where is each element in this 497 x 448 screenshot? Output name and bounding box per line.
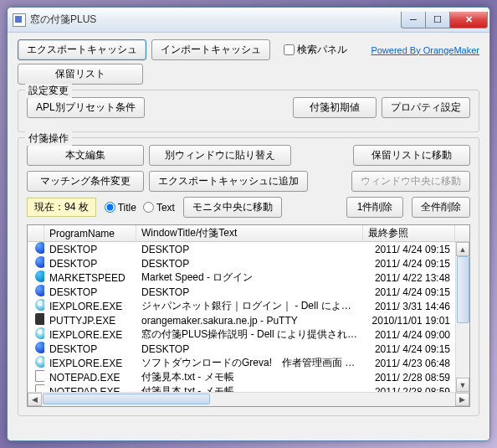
row-icon-cell (28, 285, 44, 299)
row-program: DESKTOP (44, 286, 136, 298)
row-title: ソフトダウンロードのGreva! 作者管理画面 - Dell によ… (136, 356, 363, 370)
table-row[interactable]: DESKTOPDESKTOP2011/ 4/24 09:15 (28, 256, 455, 270)
table-row[interactable]: MARKETSPEEDMarket Speed - ログイン2011/ 4/22… (28, 270, 455, 285)
minimize-button[interactable]: ─ (401, 12, 426, 28)
close-button[interactable]: ✕ (449, 12, 488, 28)
search-panel-checkbox[interactable]: 検索パネル (284, 43, 347, 57)
col-date-header[interactable]: 最終参照 (363, 225, 455, 241)
export-cache-button[interactable]: エクスポートキャッシュ (18, 39, 146, 60)
app-window: 窓の付箋PLUS ─ ☐ ✕ エクスポートキャッシュ インポートキャッシュ 検索… (7, 7, 490, 441)
row-title: DESKTOP (136, 286, 363, 298)
scroll-right-button[interactable]: ▶ (455, 393, 469, 406)
row-icon-cell (28, 342, 44, 356)
import-cache-button[interactable]: インポートキャッシュ (151, 39, 270, 60)
hold-list-button[interactable]: 保留リスト (18, 64, 143, 85)
table-row[interactable]: NOTEPAD.EXE付箋見本.txt - メモ帳2011/ 2/28 08:5… (28, 370, 455, 384)
search-panel-label: 検索パネル (297, 43, 347, 57)
row-title: DESKTOP (136, 244, 363, 255)
blue-icon (35, 256, 44, 268)
list-body: DESKTOPDESKTOP2011/ 4/24 09:15DESKTOPDES… (28, 242, 469, 392)
row-date: 2011/ 4/24 09:15 (363, 343, 455, 355)
sticky-default-button[interactable]: 付箋初期値 (293, 97, 377, 118)
list-view[interactable]: ProgramName WindowTitle/付箋Text 最終参照 DESK… (27, 224, 470, 407)
radio-title[interactable]: Title (105, 202, 136, 214)
row-title: ジャパンネット銀行｜ログイン｜ - Dell により提供され… (136, 299, 363, 313)
maximize-button[interactable]: ☐ (425, 12, 450, 28)
scroll-left-button[interactable]: ◀ (28, 393, 42, 406)
row-icon-cell (28, 256, 44, 270)
paste-other-button[interactable]: 別ウィンドウに貼り替え (149, 145, 291, 166)
putty-icon (35, 313, 44, 325)
scroll-up-button[interactable]: ▲ (456, 242, 469, 256)
row-icon-cell (28, 299, 44, 313)
table-row[interactable]: IEXPLORE.EXE窓の付箋PLUS操作説明 - Dell により提供された… (28, 327, 455, 342)
row-icon-cell (28, 242, 44, 256)
edit-body-button[interactable]: 本文編集 (27, 145, 144, 166)
ie-icon (35, 299, 44, 311)
table-row[interactable]: DESKTOPDESKTOP2011/ 4/24 09:15 (28, 242, 455, 256)
horizontal-scrollbar[interactable]: ◀ ▶ (28, 392, 469, 406)
list-header: ProgramName WindowTitle/付箋Text 最終参照 (28, 225, 469, 242)
row-program: IEXPLORE.EXE (44, 358, 136, 369)
hscroll-thumb[interactable] (43, 394, 210, 404)
radio-text[interactable]: Text (143, 202, 175, 214)
delete-one-button[interactable]: 1件削除 (346, 197, 403, 218)
property-button[interactable]: プロパティ設定 (382, 97, 470, 118)
note-icon (35, 384, 44, 392)
row-date: 2011/ 2/28 08:59 (363, 386, 455, 393)
content-area: エクスポートキャッシュ インポートキャッシュ 検索パネル Powered By … (8, 33, 489, 423)
row-date: 2011/ 4/22 13:48 (363, 272, 455, 284)
row-program: IEXPLORE.EXE (44, 301, 136, 312)
table-row[interactable]: IEXPLORE.EXEソフトダウンロードのGreva! 作者管理画面 - De… (28, 356, 455, 370)
app-icon (13, 13, 26, 27)
row-title: 窓の付箋PLUS操作説明 - Dell により提供された Intern… (136, 327, 363, 342)
settings-group: 設定変更 APL別プリセット条件 付箋初期値 プロパティ設定 (18, 90, 479, 132)
delete-all-button[interactable]: 全件削除 (412, 197, 470, 218)
row-date: 2011/ 4/23 06:48 (363, 358, 455, 369)
row-program: PUTTYJP.EXE (44, 315, 136, 327)
row-date: 2011/ 2/28 08:59 (363, 372, 455, 384)
vertical-scrollbar[interactable]: ▲ ▼ (455, 242, 469, 392)
radio-group: Title Text (105, 202, 175, 214)
row-icon-cell (28, 327, 44, 342)
row-date: 2010/11/01 19:01 (363, 315, 455, 327)
operation-label: 付箋操作 (25, 131, 72, 146)
row-icon-cell (28, 356, 44, 370)
row-icon-cell (28, 384, 44, 392)
note-icon (35, 370, 44, 382)
move-hold-button[interactable]: 保留リストに移動 (353, 145, 470, 166)
window-title: 窓の付箋PLUS (30, 13, 402, 27)
window-controls: ─ ☐ ✕ (402, 12, 488, 28)
vscroll-thumb[interactable] (457, 256, 469, 323)
row-date: 2011/ 4/24 09:15 (363, 244, 455, 255)
count-badge: 現在：94 枚 (27, 198, 96, 217)
blue-icon (35, 285, 44, 296)
col-icon-header[interactable] (28, 225, 44, 241)
search-panel-input[interactable] (284, 44, 295, 55)
table-row[interactable]: PUTTYJP.EXEorangemaker.sakura.ne.jp - Pu… (28, 313, 455, 327)
monitor-center-button[interactable]: モニタ中央に移動 (183, 197, 282, 218)
titlebar[interactable]: 窓の付箋PLUS ─ ☐ ✕ (8, 8, 489, 33)
table-row[interactable]: IEXPLORE.EXEジャパンネット銀行｜ログイン｜ - Dell により提供… (28, 299, 455, 313)
row-icon-cell (28, 270, 44, 285)
row-date: 2011/ 3/31 14:46 (363, 301, 455, 312)
add-export-button[interactable]: エクスポートキャッシュに追加 (149, 171, 308, 192)
hscroll-track[interactable] (42, 393, 455, 406)
row-icon-cell (28, 370, 44, 384)
apl-preset-button[interactable]: APL別プリセット条件 (27, 97, 145, 118)
row-title: DESKTOP (136, 258, 363, 270)
move-center-button[interactable]: ウィンドウ中央に移動 (351, 171, 470, 192)
powered-by-link[interactable]: Powered By OrangeMaker (371, 45, 479, 55)
row-program: IEXPLORE.EXE (44, 329, 136, 341)
scroll-down-button[interactable]: ▼ (456, 378, 469, 392)
col-program-header[interactable]: ProgramName (44, 225, 136, 241)
top-toolbar-2: 保留リスト (18, 64, 479, 85)
table-row[interactable]: DESKTOPDESKTOP2011/ 4/24 09:15 (28, 342, 455, 356)
table-row[interactable]: DESKTOPDESKTOP2011/ 4/24 09:15 (28, 285, 455, 299)
col-title-header[interactable]: WindowTitle/付箋Text (136, 225, 363, 241)
row-title: 付箋見本.txt - メモ帳 (136, 370, 363, 384)
change-match-button[interactable]: マッチング条件変更 (27, 171, 144, 192)
table-row[interactable]: NOTEPAD.EXE付箋見本.txt - メモ帳2011/ 2/28 08:5… (28, 384, 455, 392)
mkt-icon (35, 270, 44, 282)
row-title: orangemaker.sakura.ne.jp - PuTTY (136, 315, 363, 327)
